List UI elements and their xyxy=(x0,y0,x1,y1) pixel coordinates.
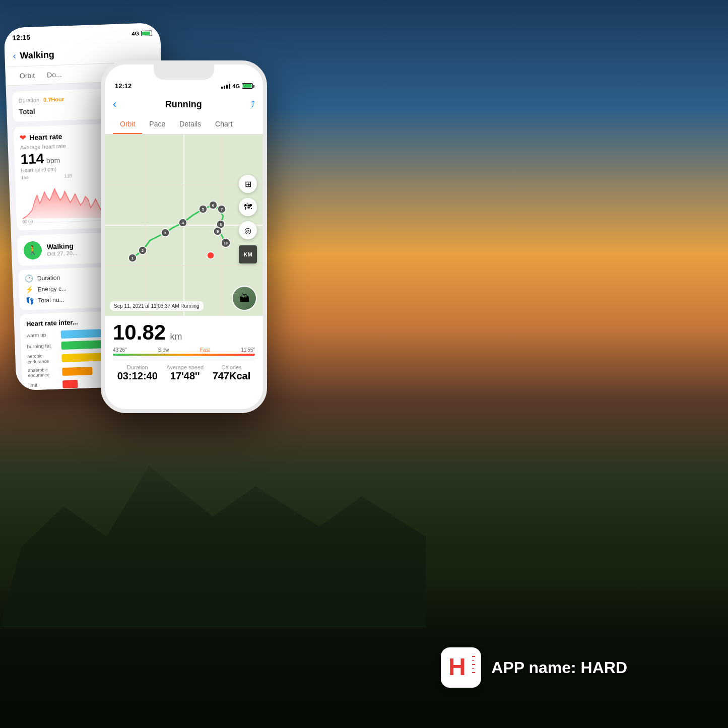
burning-fat-label: burning fat xyxy=(27,343,57,350)
tab-chart[interactable]: Chart xyxy=(208,115,239,134)
calories-label: Calories xyxy=(213,364,251,370)
clock-icon: 🕐 xyxy=(25,275,34,283)
map-area: 1 2 3 4 5 6 7 8 xyxy=(105,135,263,316)
orbit-tab-back[interactable]: Orbit xyxy=(13,66,41,85)
hr-118: 118 xyxy=(64,173,72,179)
steps-detail: Total nu... xyxy=(38,296,64,304)
bottom-stats-grid: Duration 03:12:40 Average speed 17'48'' … xyxy=(113,360,255,386)
map-info-button[interactable]: 🗺 xyxy=(239,198,257,216)
hr-value: 114 xyxy=(20,151,44,167)
svg-text:4: 4 xyxy=(182,221,184,225)
limit-bar xyxy=(62,380,78,388)
map-scale-button: KM xyxy=(239,245,257,263)
warmup-label: warm up xyxy=(27,332,57,339)
map-location-button[interactable]: ◎ xyxy=(239,221,257,239)
svg-text:5: 5 xyxy=(202,207,205,212)
app-name-label: APP name: HARD xyxy=(491,658,627,677)
back-button-back[interactable]: ‹ xyxy=(13,51,16,61)
svg-text:10: 10 xyxy=(224,241,228,245)
stats-section: 10.82 km 43'26" Slow Fast 11'55" Duratio… xyxy=(105,316,263,392)
svg-text:1: 1 xyxy=(131,256,134,260)
duration-stat-value: 03:12:40 xyxy=(117,370,158,382)
steps-icon: 👣 xyxy=(25,297,34,305)
signal-indicator xyxy=(221,84,230,89)
activity-icon-1: 🚶 xyxy=(23,241,42,259)
svg-point-29 xyxy=(207,252,214,259)
energy-icon: ⚡ xyxy=(25,286,34,294)
running-tabs: Orbit Pace Details Chart xyxy=(105,115,263,135)
time-front: 12:12 xyxy=(115,82,131,90)
pace-gradient-bar xyxy=(113,354,255,356)
signal-back: 4G xyxy=(131,30,139,37)
warmup-bar xyxy=(61,329,102,339)
do-tab-back[interactable]: Do... xyxy=(41,65,69,84)
svg-text:8: 8 xyxy=(220,222,222,227)
walking-title: Walking xyxy=(20,49,54,61)
svg-text:2: 2 xyxy=(142,248,144,253)
svg-text:6: 6 xyxy=(212,203,215,208)
time-back: 12:15 xyxy=(12,33,30,42)
running-title: Running xyxy=(165,99,202,110)
distance-unit: km xyxy=(170,332,182,342)
duration-stat: Duration 03:12:40 xyxy=(117,364,158,382)
map-layers-button[interactable]: ⊞ xyxy=(239,175,257,193)
pace-slow-label: Slow xyxy=(158,347,169,353)
back-button-front[interactable]: ‹ xyxy=(113,98,116,111)
calories-value: 747Kcal xyxy=(213,370,251,382)
calories-stat: Calories 747Kcal xyxy=(213,364,251,382)
run-date-banner: Sep 11, 2021 at 11:03:37 AM Running xyxy=(110,301,204,311)
pace-fast-label: Fast xyxy=(200,347,210,353)
distance-value: 10.82 xyxy=(113,320,166,344)
avg-speed-stat: Average speed 17'48'' xyxy=(166,364,204,382)
duration-label: Duration xyxy=(18,97,39,103)
hr-title: Heart rate xyxy=(29,132,62,141)
tab-details[interactable]: Details xyxy=(172,115,208,134)
duration-stat-label: Duration xyxy=(117,364,158,370)
energy-detail: Energy c... xyxy=(37,285,67,293)
pace-slow-value: 43'26" xyxy=(113,347,127,353)
phone-notch xyxy=(154,64,214,80)
running-screen: 12:12 4G ‹ Running ⤴ Orbit Pace Details … xyxy=(101,60,267,413)
avg-speed-value: 17'48'' xyxy=(166,370,204,382)
aerobic-label: aerobic endurance xyxy=(27,353,58,365)
svg-text:00:00: 00:00 xyxy=(23,219,33,224)
app-icon: H xyxy=(441,647,481,688)
pace-fast-value: 11'55" xyxy=(241,347,255,353)
share-button[interactable]: ⤴ xyxy=(250,99,255,110)
anaerobic-label: anaerobic endurance xyxy=(28,367,58,379)
hr-unit: bpm xyxy=(46,156,60,165)
duration-value: 0.7Hour xyxy=(43,96,64,103)
limit-label: limit xyxy=(28,381,58,388)
user-avatar: 🏔 xyxy=(232,286,257,311)
anaerobic-bar xyxy=(62,367,93,376)
tab-orbit[interactable]: Orbit xyxy=(113,115,142,134)
hr-max: 158 xyxy=(21,175,29,180)
avg-speed-label: Average speed xyxy=(166,364,204,370)
pace-bar-container: 43'26" Slow Fast 11'55" xyxy=(113,347,255,356)
svg-text:3: 3 xyxy=(164,231,167,235)
duration-detail: Duration xyxy=(37,274,60,282)
network-type-front: 4G xyxy=(232,83,240,89)
tab-pace[interactable]: Pace xyxy=(142,115,172,134)
svg-text:9: 9 xyxy=(217,229,219,234)
app-branding: H APP name: HARD xyxy=(441,647,627,688)
nav-bar-front: ‹ Running ⤴ xyxy=(105,94,263,115)
svg-text:H: H xyxy=(448,653,466,680)
heart-icon: ❤ xyxy=(20,133,27,142)
svg-text:7: 7 xyxy=(221,207,223,212)
